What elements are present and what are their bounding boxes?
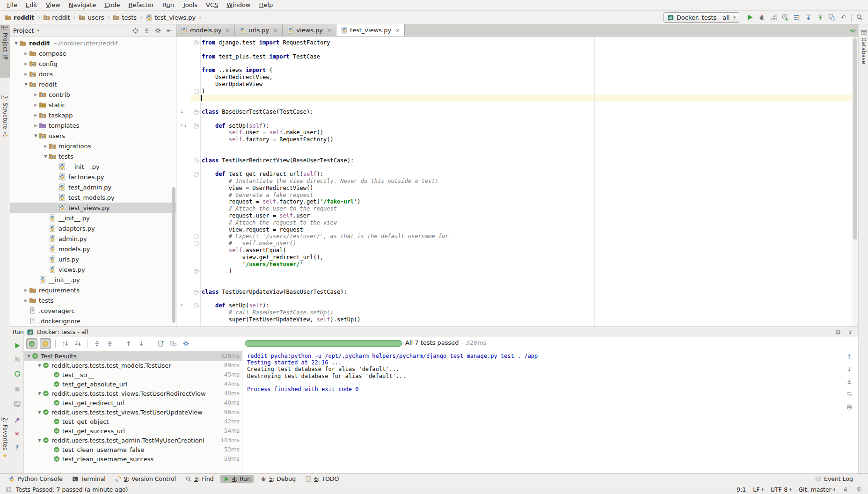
tree-item[interactable]: test_views.py bbox=[10, 203, 176, 213]
search-icon[interactable] bbox=[853, 12, 865, 23]
tree-item[interactable]: adapters.py bbox=[10, 223, 176, 233]
menu-edit[interactable]: Edit bbox=[22, 0, 42, 10]
fold-marker-icon[interactable]: − bbox=[194, 172, 199, 177]
menu-window[interactable]: Window bbox=[222, 0, 255, 10]
tree-item[interactable]: ▶contrib bbox=[10, 89, 176, 100]
editor-scrollbar[interactable] bbox=[852, 36, 858, 327]
toggle-auto-test-icon[interactable] bbox=[13, 370, 21, 378]
menu-refactor[interactable]: Refactor bbox=[124, 0, 158, 10]
tab-test_views-py[interactable]: test_views.py× bbox=[336, 24, 405, 36]
sort-duration-icon[interactable] bbox=[73, 339, 83, 349]
tool-button-9-version-control[interactable]: 9: Version Control bbox=[112, 475, 179, 483]
rollback-icon[interactable]: ↶ bbox=[838, 12, 849, 23]
rerun-failed-icon[interactable] bbox=[13, 355, 21, 363]
tree-item[interactable]: ▼reddit~/cookiecutter/reddit bbox=[10, 38, 176, 48]
test-tree-row[interactable]: ▼okreddit.users.tests.test_models.TestUs… bbox=[24, 361, 242, 370]
inspections-ok-icon[interactable] bbox=[849, 26, 856, 34]
scroll-up-icon[interactable]: ↑ bbox=[845, 353, 853, 360]
tab-urls-py[interactable]: urls.py× bbox=[235, 24, 283, 36]
stop-icon[interactable] bbox=[13, 385, 21, 393]
collapsed-arrow-icon[interactable]: ▶ bbox=[33, 113, 39, 117]
fold-marker-icon[interactable]: − bbox=[194, 124, 199, 129]
tab-close-icon[interactable]: × bbox=[395, 27, 400, 34]
collapsed-arrow-icon[interactable]: ▶ bbox=[23, 298, 29, 303]
override-marker-icon[interactable]: ↑ bbox=[180, 303, 184, 308]
expanded-arrow-icon[interactable]: ▼ bbox=[33, 133, 39, 138]
fold-marker-icon[interactable]: − bbox=[194, 234, 199, 239]
editor[interactable]: −−−−−−−−−−−↓↑↓↑ from django.test import … bbox=[176, 36, 858, 327]
fold-marker-icon[interactable]: − bbox=[194, 89, 199, 94]
tree-item[interactable]: factories.py bbox=[10, 172, 176, 182]
fold-marker-icon[interactable]: − bbox=[194, 40, 199, 45]
test-tree-row[interactable]: oktest_get_redirect_url40ms bbox=[24, 398, 242, 407]
tree-item[interactable]: test_admin.py bbox=[10, 182, 176, 192]
expanded-arrow-icon[interactable]: ▼ bbox=[36, 363, 43, 368]
options-icon[interactable] bbox=[181, 339, 191, 349]
chevron-down-icon[interactable]: ▾ bbox=[37, 28, 39, 33]
settings-icon[interactable] bbox=[153, 26, 163, 35]
tab-close-icon[interactable]: × bbox=[273, 27, 278, 34]
collapsed-arrow-icon[interactable]: ▶ bbox=[23, 61, 29, 66]
tool-button-python-console[interactable]: Python Console bbox=[6, 475, 66, 483]
expanded-arrow-icon[interactable]: ▼ bbox=[26, 354, 32, 358]
menu-vcs[interactable]: VCS bbox=[202, 0, 222, 10]
test-tree-row[interactable]: ▼okreddit.users.tests.test_views.TestUse… bbox=[24, 389, 242, 398]
test-tree-row[interactable]: oktest_clean_username_success50ms bbox=[24, 454, 242, 464]
tree-item[interactable]: ▶static bbox=[10, 100, 176, 110]
lock-icon[interactable] bbox=[842, 486, 849, 493]
locate-icon[interactable] bbox=[131, 26, 140, 35]
hide-panel-icon[interactable]: ⇤ bbox=[164, 26, 174, 35]
coverage-icon[interactable] bbox=[767, 12, 779, 23]
debug-icon[interactable] bbox=[756, 12, 767, 23]
stripe-tab-2-favorites[interactable]: 2: Favorites★ bbox=[0, 417, 10, 472]
vcs-update-icon[interactable]: VCS bbox=[802, 12, 814, 23]
vcs-commit-icon[interactable]: VCS bbox=[814, 12, 826, 23]
collapsed-arrow-icon[interactable]: ▶ bbox=[33, 123, 39, 128]
collapsed-arrow-icon[interactable]: ▶ bbox=[23, 72, 29, 76]
tree-item[interactable]: ▶migrations bbox=[10, 141, 176, 151]
menu-view[interactable]: View bbox=[42, 0, 65, 10]
stripe-tab-1-project[interactable]: 1: Project bbox=[0, 25, 10, 78]
tree-item[interactable]: ▶docs bbox=[10, 69, 176, 79]
code-area[interactable]: from django.test import RequestFactory f… bbox=[201, 36, 852, 327]
scroll-down-icon[interactable]: ↓ bbox=[845, 365, 853, 373]
collapse-all-icon[interactable] bbox=[142, 26, 152, 35]
tree-item[interactable]: ▶taskapp bbox=[10, 110, 176, 120]
menu-help[interactable]: Help bbox=[255, 0, 277, 10]
collapse-all-icon[interactable] bbox=[104, 339, 115, 349]
tree-item[interactable]: models.py bbox=[10, 244, 176, 254]
fold-marker-icon[interactable]: − bbox=[194, 158, 199, 163]
status-widget-utf-8[interactable]: UTF-8▲▼ bbox=[771, 486, 792, 493]
tab-close-icon[interactable]: × bbox=[327, 27, 332, 34]
tree-item[interactable]: ▼reddit bbox=[10, 79, 176, 89]
tree-item[interactable]: .dockerignore bbox=[10, 316, 176, 326]
override-marker-icon[interactable]: ↑↓ bbox=[180, 124, 187, 128]
scrollbar-thumb[interactable] bbox=[853, 38, 857, 240]
tree-item[interactable]: __init__.py bbox=[10, 213, 176, 223]
pin-icon[interactable] bbox=[13, 416, 21, 424]
profiler-icon[interactable] bbox=[779, 12, 791, 23]
tree-item[interactable]: views.py bbox=[10, 264, 176, 275]
project-scrollbar[interactable] bbox=[172, 187, 175, 323]
tool-button-3-find[interactable]: 3: Find bbox=[182, 475, 217, 483]
hide-panel-down-icon[interactable] bbox=[846, 328, 854, 336]
print-icon[interactable] bbox=[845, 403, 853, 411]
tree-item[interactable]: ▼tests bbox=[10, 151, 176, 161]
collapsed-arrow-icon[interactable]: ▶ bbox=[33, 102, 39, 107]
expanded-arrow-icon[interactable]: ▼ bbox=[13, 41, 19, 45]
collapsed-arrow-icon[interactable]: ▶ bbox=[33, 92, 39, 97]
sort-alpha-icon[interactable]: az bbox=[60, 339, 70, 349]
menu-navigate[interactable]: Navigate bbox=[65, 0, 100, 10]
fold-marker-icon[interactable]: − bbox=[194, 290, 199, 295]
expand-all-icon[interactable] bbox=[92, 339, 102, 349]
menu-run[interactable]: Run bbox=[158, 0, 178, 10]
breadcrumb-item[interactable]: reddit bbox=[5, 14, 35, 21]
scroll-end-icon[interactable] bbox=[845, 378, 853, 385]
menu-tools[interactable]: Tools bbox=[178, 0, 202, 10]
tree-item[interactable]: __init__.py bbox=[10, 161, 176, 172]
tree-item[interactable]: .coveragerc bbox=[10, 305, 176, 316]
breadcrumb-item[interactable]: test_views.py bbox=[146, 14, 196, 21]
collapsed-arrow-icon[interactable]: ▶ bbox=[23, 51, 29, 56]
concurrency-icon[interactable] bbox=[791, 12, 802, 23]
expanded-arrow-icon[interactable]: ▼ bbox=[43, 154, 49, 159]
